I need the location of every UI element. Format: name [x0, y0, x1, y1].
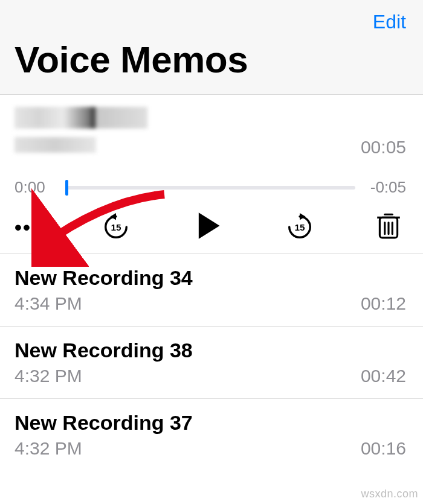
recording-time: 4:32 PM — [15, 366, 82, 386]
recording-duration: 00:12 — [361, 293, 406, 314]
recording-row[interactable]: New Recording 38 4:32 PM 00:42 — [0, 327, 423, 399]
playback-controls: ••• 15 15 — [15, 210, 406, 244]
skip-back-icon: 15 — [102, 213, 130, 241]
svg-marker-3 — [300, 213, 306, 220]
recording-time: 4:32 PM — [15, 438, 82, 459]
selected-recording-title-redacted — [15, 107, 147, 129]
svg-text:15: 15 — [111, 222, 121, 232]
scrubber-track[interactable] — [65, 186, 355, 190]
recording-row[interactable]: New Recording 37 4:32 PM 00:16 — [0, 399, 423, 471]
recording-duration: 00:16 — [361, 438, 406, 459]
playhead-icon[interactable] — [65, 180, 68, 196]
playback-scrubber[interactable]: 0:00 -0:05 — [15, 178, 406, 197]
recording-duration: 00:42 — [361, 366, 406, 386]
watermark: wsxdn.com — [361, 488, 418, 500]
skip-forward-icon: 15 — [286, 213, 314, 241]
skip-back-15-button[interactable]: 15 — [101, 212, 131, 242]
recording-title: New Recording 34 — [15, 266, 406, 290]
recording-time: 4:34 PM — [15, 293, 82, 314]
header-row: Edit — [15, 11, 406, 38]
selected-recording[interactable]: 00:05 0:00 -0:05 ••• 15 — [0, 95, 423, 254]
selected-recording-date-redacted — [15, 137, 96, 153]
recording-title: New Recording 37 — [15, 411, 406, 435]
header-bar: Edit Voice Memos — [0, 0, 423, 95]
selected-total-duration: 00:05 — [361, 137, 406, 158]
svg-marker-2 — [199, 212, 220, 238]
ellipsis-icon: ••• — [15, 215, 40, 238]
elapsed-time: 0:00 — [15, 178, 56, 197]
remaining-time: -0:05 — [365, 178, 406, 197]
more-options-button[interactable]: ••• — [15, 215, 40, 239]
recording-title: New Recording 38 — [15, 339, 406, 362]
recording-row[interactable]: New Recording 34 4:34 PM 00:12 — [0, 254, 423, 327]
page-title: Voice Memos — [15, 38, 406, 81]
play-button[interactable] — [192, 210, 224, 244]
skip-forward-15-button[interactable]: 15 — [285, 212, 315, 242]
svg-marker-0 — [110, 213, 116, 220]
trash-icon — [376, 211, 401, 240]
edit-button[interactable]: Edit — [373, 11, 406, 33]
play-icon — [192, 210, 224, 241]
delete-button[interactable] — [376, 211, 401, 243]
svg-text:15: 15 — [294, 222, 305, 232]
